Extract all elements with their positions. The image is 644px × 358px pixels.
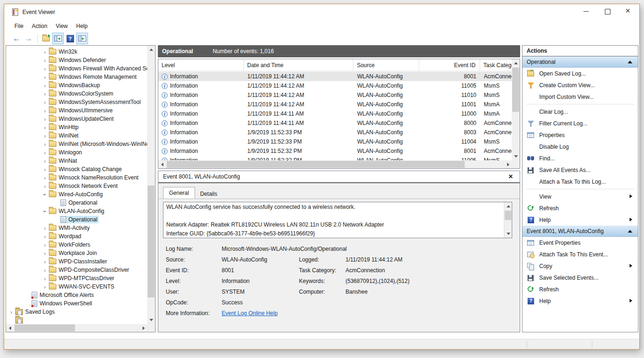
scroll-down-arrow[interactable] [147,316,155,324]
maximize-button[interactable] [597,4,618,19]
tree-vertical-scrollbar[interactable] [147,46,155,324]
action-help[interactable]: Help [522,214,638,226]
table-horizontal-scrollbar[interactable] [158,160,512,168]
tree-item[interactable]: WindowsUIImmersive [6,106,147,115]
forward-button[interactable] [23,33,34,44]
action-find[interactable]: Find... [522,152,638,164]
chevron-right-icon[interactable] [41,241,48,248]
open-saved-log-button[interactable] [40,33,52,44]
tree-item[interactable]: WinNat [6,157,147,165]
action-create-custom-view[interactable]: Create Custom View... [522,79,638,91]
back-button[interactable] [11,33,22,44]
tree-item[interactable]: WPD-CompositeClassDriver [6,266,147,274]
chevron-right-icon[interactable] [41,124,48,131]
tree-vscroll-thumb[interactable] [148,186,155,297]
scroll-right-arrow[interactable] [504,160,512,168]
scroll-left-arrow[interactable] [158,160,166,168]
scroll-right-arrow[interactable] [139,324,147,332]
action-import-custom-view[interactable]: Import Custom View... [522,91,638,103]
chevron-right-icon[interactable] [41,48,48,55]
tab-details[interactable]: Details [195,189,223,199]
scroll-up-arrow[interactable] [147,46,155,54]
menu-file[interactable]: File [10,21,27,31]
event-row[interactable]: Information1/9/2019 11:52:33 PMWLAN-Auto… [158,128,512,137]
collapse-icon[interactable] [628,61,632,63]
scroll-left-arrow[interactable] [6,324,14,332]
action-refresh[interactable]: Refresh [522,202,638,214]
chevron-right-icon[interactable] [41,183,48,190]
tree-item[interactable]: WPD-MTPClassDriver [6,274,147,282]
chevron-right-icon[interactable] [41,258,48,265]
tree-hscroll-thumb[interactable] [14,324,75,331]
tree-item-partial[interactable] [6,316,147,324]
action-save-selected-events[interactable]: Save Selected Events... [522,272,638,283]
chevron-right-icon[interactable] [41,174,48,181]
show-hide-action-pane-button[interactable] [76,33,88,44]
chevron-right-icon[interactable] [8,309,15,316]
action-save-all-events-as[interactable]: Save All Events As... [522,164,638,176]
tree-item[interactable]: Windows Defender [6,56,147,64]
scroll-up-arrow[interactable] [512,59,520,67]
tree-item[interactable]: WindowsUpdateClient [6,115,147,123]
chevron-right-icon[interactable] [41,149,48,156]
action-attach-task-to-event[interactable]: Attach Task To This Event... [522,248,638,260]
chevron-right-icon[interactable] [41,158,48,165]
event-row[interactable]: Information1/11/2019 11:44:12 AMWLAN-Aut… [158,100,512,109]
action-clear-log[interactable]: Clear Log... [522,106,638,117]
close-detail-icon[interactable] [507,173,515,181]
collapse-icon[interactable] [628,230,632,233]
action-open-saved-log[interactable]: Open Saved Log... [522,68,638,79]
tree-item[interactable]: WindowsSystemAssessmentTool [6,98,147,106]
tree-item[interactable]: WinHttp [6,123,147,131]
menu-help[interactable]: Help [72,21,92,31]
action-help-event[interactable]: Help [522,295,638,307]
chevron-right-icon[interactable] [41,267,48,274]
chevron-right-icon[interactable] [41,107,48,114]
table-hscroll-thumb[interactable] [167,161,465,168]
action-event-properties[interactable]: Event Properties [522,237,638,248]
tree-item[interactable]: Wired-AutoConfig [6,190,147,199]
chevron-right-icon[interactable] [41,141,48,148]
chevron-right-icon[interactable] [41,225,48,232]
event-log-online-help-link[interactable]: Event Log Online Help [222,310,278,317]
action-view[interactable]: View [522,191,638,202]
message-scrollbar[interactable] [504,202,512,238]
event-row[interactable]: Information1/11/2019 11:44:12 AMWLAN-Aut… [158,90,512,100]
actions-section-operational[interactable]: Operational [522,56,638,68]
tree-item-selected[interactable]: Operational [6,215,147,224]
event-row[interactable]: Information1/11/2019 11:44:12 AMWLAN-Aut… [158,81,512,90]
chevron-down-icon[interactable] [41,208,48,215]
chevron-right-icon[interactable] [41,57,48,64]
show-hide-console-tree-button[interactable] [52,33,64,44]
menu-view[interactable]: View [52,21,72,31]
tree-item[interactable]: Winlogon [6,148,147,157]
scroll-down-arrow[interactable] [504,230,512,238]
event-row[interactable]: Information1/9/2019 11:52:32 PMWLAN-Auto… [158,146,512,156]
message-scroll-thumb[interactable] [505,211,511,220]
tree-horizontal-scrollbar[interactable] [6,324,147,332]
tree-item[interactable]: Windows Firewall With Advanced Security [6,64,147,73]
tree-item[interactable]: WindowsBackup [6,81,147,90]
menu-action[interactable]: Action [27,21,51,31]
tab-general[interactable]: General [163,187,195,199]
chevron-right-icon[interactable] [41,82,48,89]
event-row-selected[interactable]: Information1/11/2019 11:44:12 AMWLAN-Aut… [158,72,512,81]
tree-item[interactable]: Win32k [6,48,147,56]
minimize-button[interactable] [575,4,597,19]
chevron-right-icon[interactable] [41,132,48,139]
tree-item[interactable]: WLAN-AutoConfig [6,207,147,215]
action-copy[interactable]: Copy [522,260,638,272]
tree-item[interactable]: Saved Logs [6,308,147,316]
tree-item[interactable]: Winsock Catalog Change [6,165,147,173]
event-row[interactable]: Information1/11/2019 11:44:11 AMWLAN-Aut… [158,118,512,128]
chevron-right-icon[interactable] [41,250,48,257]
scroll-down-arrow[interactable] [512,152,520,160]
chevron-right-icon[interactable] [41,283,48,290]
chevron-right-icon[interactable] [41,74,48,81]
tree-item[interactable]: WorkFolders [6,241,147,249]
scroll-up-arrow[interactable] [504,202,512,210]
tree-item[interactable]: WindowsColorSystem [6,90,147,98]
chevron-right-icon[interactable] [41,275,48,282]
tree-item[interactable]: Winsock Network Event [6,182,147,190]
action-disable-log[interactable]: Disable Log [522,141,638,152]
